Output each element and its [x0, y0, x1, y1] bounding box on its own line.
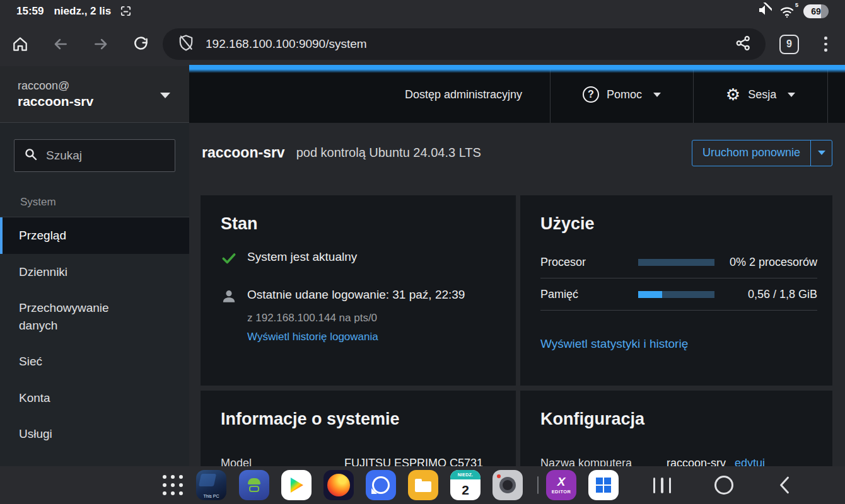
view-stats-link[interactable]: Wyświetl statystyki i historię: [540, 337, 688, 350]
help-icon: ?: [583, 86, 599, 103]
url-text[interactable]: 192.168.100.100:9090/system: [206, 37, 735, 51]
cockpit-sidebar: raccoon@ raccoon-srv Szukaj System Przeg…: [0, 66, 189, 466]
browser-menu-button[interactable]: [822, 34, 830, 54]
mute-icon: [757, 3, 772, 20]
wifi-icon: 5: [779, 4, 796, 19]
browser-reload-button[interactable]: [121, 35, 161, 53]
sidebar-item-overview[interactable]: Przegląd: [0, 217, 189, 254]
page-title-os: pod kontrolą Ubuntu 24.04.3 LTS: [296, 146, 481, 160]
sidebar-item-accounts[interactable]: Konta: [0, 380, 189, 416]
browser-back-button[interactable]: [40, 35, 81, 53]
user-at-label: raccoon@: [18, 79, 172, 93]
calendar-app-icon[interactable]: NIEDZ. 2: [450, 470, 481, 500]
battery-indicator: 69: [803, 4, 829, 18]
tab-counter-button[interactable]: 9: [779, 35, 799, 54]
memory-value: 0,56 / 1,8 GiB: [714, 288, 817, 301]
usage-card-title: Użycie: [520, 195, 832, 234]
system-info-title: Informacje o systemie: [201, 391, 516, 429]
host-label: raccoon-srv: [18, 94, 172, 109]
host-switcher[interactable]: raccoon@ raccoon-srv: [0, 66, 189, 123]
page-header: raccoon-srv pod kontrolą Ubuntu 24.04.3 …: [189, 123, 845, 183]
android-app-icon[interactable]: [239, 470, 269, 500]
last-login-from-text: z 192.168.100.144 na pts/0: [201, 312, 516, 324]
home-button[interactable]: [710, 466, 738, 504]
system-up-to-date-text: System jest aktualny: [247, 250, 357, 264]
last-login-text: Ostatnie udane logowanie: 31 paź, 22:39: [247, 288, 465, 302]
chevron-down-icon: [160, 93, 170, 98]
chevron-down-icon: [818, 151, 825, 155]
android-taskbar: This PC NIEDZ. 2 XEDITOR: [0, 466, 845, 504]
editor-app-icon[interactable]: XEDITOR: [546, 470, 576, 500]
configuration-title: Konfiguracja: [520, 391, 832, 429]
usage-card: Użycie Procesor 0% 2 procesorów Pamięć 0…: [520, 195, 832, 386]
masthead-accent-bar: [189, 65, 845, 73]
windows-app-icon[interactable]: [588, 470, 619, 500]
nav-section-label: System: [20, 196, 189, 209]
sidebar-item-services[interactable]: Usługi: [0, 416, 189, 452]
sidebar-item-storage[interactable]: Przechowywanie danych: [0, 290, 158, 343]
memory-label: Pamięć: [540, 288, 638, 301]
help-menu[interactable]: ? Pomoc: [551, 66, 694, 123]
memory-progress-bar: [638, 291, 714, 298]
overview-content: Stan System jest aktualny Ostatnie udane…: [189, 183, 845, 466]
session-menu[interactable]: ⚙ Sesja: [694, 66, 828, 123]
sidebar-search-input[interactable]: Szukaj: [14, 139, 175, 172]
insecure-shield-icon: [177, 33, 195, 55]
memory-usage-row: Pamięć 0,56 / 1,8 GiB: [520, 278, 832, 310]
wifi-band-badge: 5: [795, 2, 798, 8]
reboot-button[interactable]: Uruchom ponownie: [692, 140, 810, 166]
battery-percent: 69: [811, 6, 821, 16]
files-app-icon[interactable]: [408, 470, 438, 500]
remote-desktop-app-icon[interactable]: This PC: [196, 470, 226, 500]
signal-icon[interactable]: [366, 470, 396, 500]
status-date: niedz., 2 lis: [54, 5, 111, 18]
session-label: Sesja: [748, 88, 776, 101]
chevron-down-icon: [653, 93, 661, 97]
user-icon: [221, 288, 237, 307]
cpu-value: 0% 2 procesorów: [714, 256, 817, 269]
url-bar[interactable]: 192.168.100.100:9090/system: [163, 28, 766, 60]
share-icon[interactable]: [735, 35, 752, 54]
cockpit-masthead: Dostęp administracyjny ? Pomoc ⚙ Sesja: [189, 66, 845, 123]
taskbar-divider: [537, 476, 539, 494]
help-label: Pomoc: [607, 88, 642, 101]
play-store-icon[interactable]: [281, 470, 312, 500]
browser-toolbar: 192.168.100.100:9090/system 9: [0, 22, 845, 66]
sidebar-item-logs[interactable]: Dzienniki: [0, 254, 189, 290]
screen: 15:59 niedz., 2 lis: [0, 0, 845, 504]
search-icon: [24, 147, 38, 164]
android-robot-icon: [247, 478, 262, 492]
browser-home-button[interactable]: [0, 35, 40, 53]
firefox-icon[interactable]: [323, 470, 354, 500]
chevron-down-icon: [788, 93, 795, 97]
gear-icon: ⚙: [726, 86, 740, 103]
admin-access-button[interactable]: Dostęp administracyjny: [189, 66, 551, 123]
cpu-progress-bar: [638, 259, 714, 266]
status-time: 15:59: [16, 5, 44, 18]
tab-count: 9: [786, 38, 792, 50]
health-card-title: Stan: [201, 195, 516, 234]
recents-button[interactable]: [648, 466, 676, 504]
check-icon: [221, 250, 237, 269]
back-button[interactable]: [771, 466, 798, 504]
reboot-dropdown-toggle[interactable]: [810, 140, 832, 166]
health-card: Stan System jest aktualny Ostatnie udane…: [201, 195, 516, 386]
reboot-split-button[interactable]: Uruchom ponownie: [692, 140, 832, 166]
cpu-usage-row: Procesor 0% 2 procesorów: [520, 246, 832, 278]
screen-capture-icon: [120, 5, 132, 17]
camera-app-icon[interactable]: [492, 470, 523, 500]
browser-forward-button[interactable]: [81, 35, 121, 53]
cpu-label: Procesor: [540, 256, 638, 269]
login-history-link[interactable]: Wyświetl historię logowania: [247, 331, 378, 343]
android-status-bar: 15:59 niedz., 2 lis: [0, 0, 845, 22]
app-drawer-button[interactable]: [160, 475, 185, 495]
sidebar-item-network[interactable]: Sieć: [0, 343, 189, 380]
search-placeholder: Szukaj: [46, 149, 82, 163]
page-title-hostname: raccoon-srv: [202, 144, 285, 161]
